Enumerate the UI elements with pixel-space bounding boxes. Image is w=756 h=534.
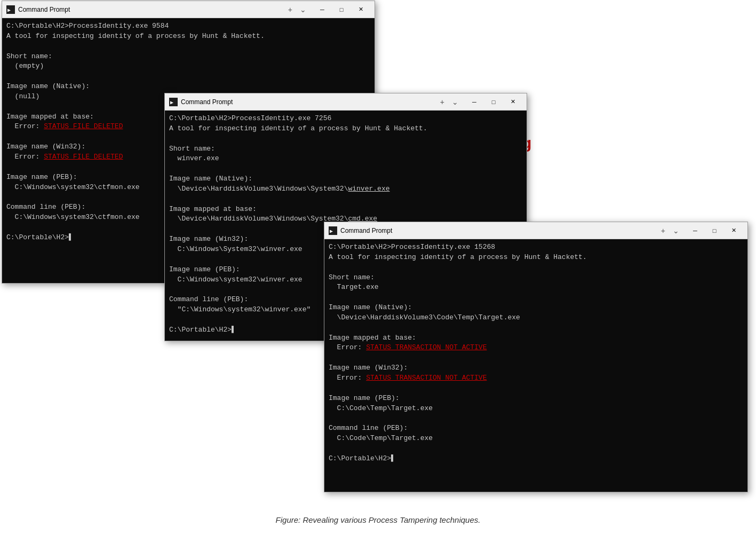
cmd-line: winver.exe bbox=[169, 154, 522, 164]
cmd-line: C:\Portable\H2>ProcessIdentity.exe 7256 bbox=[169, 114, 522, 124]
minimize-btn-1[interactable]: ─ bbox=[313, 1, 332, 18]
cmd-line: Image name (Win32): bbox=[329, 363, 743, 373]
cmd-content-3: C:\Portable\H2>ProcessIdentity.exe 15268… bbox=[324, 239, 747, 492]
cmd-line: \Device\HarddiskVolume3\Code\Temp\Target… bbox=[329, 313, 743, 323]
cmd-line bbox=[329, 383, 743, 394]
window-3[interactable]: ▶ Command Prompt + ⌄ ─ □ ✕ C:\Portable\H… bbox=[324, 222, 748, 492]
figure-caption: Figure: Revealing various Process Tamper… bbox=[276, 515, 481, 524]
svg-text:▶: ▶ bbox=[7, 7, 11, 13]
cmd-line bbox=[329, 413, 743, 423]
error-status-2: STATUS_FILE_DELETED bbox=[44, 153, 123, 161]
cmd-line: C:\Code\Temp\Target.exe bbox=[329, 434, 743, 444]
window-title-1: Command Prompt bbox=[18, 6, 286, 13]
error-status-4: STATUS_TRANSACTION_NOT_ACTIVE bbox=[366, 374, 487, 382]
cmd-line bbox=[6, 72, 370, 82]
cmd-icon-2: ▶ bbox=[169, 98, 178, 106]
cmd-line: C:\Portable\H2>ProcessIdentity.exe 9584 bbox=[6, 21, 370, 32]
cmd-line: C:\Portable\H2>ProcessIdentity.exe 15268 bbox=[329, 242, 743, 253]
cmd-line: \Device\HarddiskVolume3\Windows\System32… bbox=[169, 184, 522, 194]
error-status-3: STATUS_TRANSACTION_NOT_ACTIVE bbox=[366, 343, 487, 351]
titlebar-1: ▶ Command Prompt + ⌄ ─ □ ✕ bbox=[2, 1, 375, 18]
cmd-line: Short name: bbox=[6, 52, 370, 62]
window-controls-2: ─ □ ✕ bbox=[465, 93, 522, 111]
cmd-line: Image name (Native): bbox=[329, 303, 743, 313]
cmd-line bbox=[329, 293, 743, 303]
close-btn-1[interactable]: ✕ bbox=[351, 1, 370, 18]
close-btn-2[interactable]: ✕ bbox=[503, 93, 522, 111]
cmd-line: Short name: bbox=[329, 273, 743, 283]
cmd-line: Image mapped at base: bbox=[169, 205, 522, 215]
maximize-btn-1[interactable]: □ bbox=[332, 1, 351, 18]
cmd-line: Image name (Native): bbox=[169, 174, 522, 184]
cmd-line: Short name: bbox=[169, 144, 522, 154]
cmd-line: Command line (PEB): bbox=[329, 423, 743, 434]
cmd-line: C:\Portable\H2>▌ bbox=[329, 454, 743, 464]
cmd-line bbox=[329, 323, 743, 333]
cmd-line: Error: STATUS_TRANSACTION_NOT_ACTIVE bbox=[329, 343, 743, 353]
underline-path-1: winver.exe bbox=[348, 185, 389, 193]
maximize-btn-2[interactable]: □ bbox=[484, 93, 503, 111]
titlebar-3: ▶ Command Prompt + ⌄ ─ □ ✕ bbox=[324, 222, 747, 239]
titlebar-2: ▶ Command Prompt + ⌄ ─ □ ✕ bbox=[165, 93, 527, 111]
tab-chevron-2[interactable]: ⌄ bbox=[450, 98, 460, 106]
tab-plus-2[interactable]: + bbox=[438, 98, 447, 106]
tab-chevron-1[interactable]: ⌄ bbox=[298, 5, 308, 14]
maximize-btn-3[interactable]: □ bbox=[705, 222, 724, 239]
tab-plus-1[interactable]: + bbox=[286, 5, 295, 14]
cmd-line: C:\Code\Temp\Target.exe bbox=[329, 404, 743, 414]
cmd-line bbox=[329, 444, 743, 454]
tabs-2: + ⌄ bbox=[438, 98, 460, 106]
tab-plus-3[interactable]: + bbox=[659, 226, 667, 235]
window-title-2: Command Prompt bbox=[181, 98, 438, 106]
cmd-line bbox=[169, 194, 522, 205]
cmd-line bbox=[169, 164, 522, 174]
cmd-line: (empty) bbox=[6, 61, 370, 72]
cmd-line: Image mapped at base: bbox=[329, 333, 743, 343]
window-title-3: Command Prompt bbox=[340, 227, 659, 234]
cmd-line: A tool for inspecting identity of a proc… bbox=[329, 253, 743, 263]
minimize-btn-2[interactable]: ─ bbox=[465, 93, 484, 111]
cmd-icon-3: ▶ bbox=[329, 226, 337, 235]
tabs-3: + ⌄ bbox=[659, 226, 681, 235]
cmd-line bbox=[329, 263, 743, 273]
window-controls-1: ─ □ ✕ bbox=[313, 1, 370, 18]
window-controls-3: ─ □ ✕ bbox=[686, 222, 743, 239]
tabs-1: + ⌄ bbox=[286, 5, 308, 14]
cmd-line: Image name (PEB): bbox=[329, 394, 743, 404]
cmd-line: Error: STATUS_TRANSACTION_NOT_ACTIVE bbox=[329, 373, 743, 383]
close-btn-3[interactable]: ✕ bbox=[724, 222, 743, 239]
cmd-line bbox=[169, 134, 522, 144]
cmd-icon-1: ▶ bbox=[6, 5, 15, 14]
tab-chevron-3[interactable]: ⌄ bbox=[671, 226, 681, 235]
svg-text:▶: ▶ bbox=[330, 228, 333, 234]
cmd-line: Target.exe bbox=[329, 282, 743, 293]
svg-text:▶: ▶ bbox=[170, 99, 173, 105]
cmd-line bbox=[6, 42, 370, 52]
minimize-btn-3[interactable]: ─ bbox=[686, 222, 705, 239]
cmd-line bbox=[329, 353, 743, 363]
cmd-line: A tool for inspecting identity of a proc… bbox=[6, 32, 370, 42]
cmd-line: A tool for inspecting identity of a proc… bbox=[169, 124, 522, 134]
cmd-line: Image name (Native): bbox=[6, 82, 370, 92]
error-status: STATUS_FILE_DELETED bbox=[44, 122, 123, 130]
